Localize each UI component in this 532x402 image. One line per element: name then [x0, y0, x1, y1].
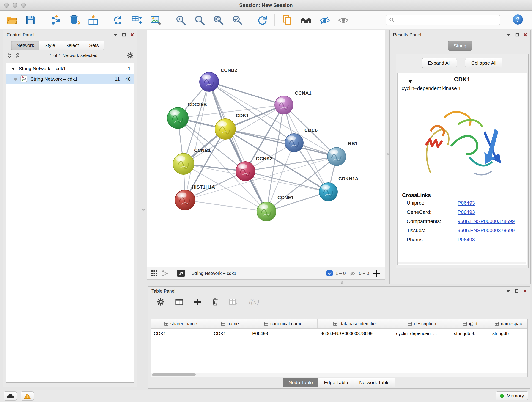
- network-node-CCNA1[interactable]: [275, 96, 293, 114]
- hide-selected-button[interactable]: [318, 13, 331, 27]
- network-node-CDKN1A[interactable]: [319, 183, 337, 201]
- network-node-CDC6[interactable]: [285, 134, 303, 152]
- cell-name[interactable]: CDK1: [211, 331, 249, 336]
- network-node-CCNA2[interactable]: [236, 162, 255, 181]
- cell-description[interactable]: cyclin–dependent ...: [393, 331, 451, 336]
- table-horizontal-scrollbar[interactable]: [151, 373, 527, 377]
- home-button[interactable]: [299, 13, 312, 27]
- import-network-database-button[interactable]: [68, 13, 81, 27]
- panel-collapse-icon[interactable]: [506, 290, 510, 293]
- panel-float-icon[interactable]: [122, 33, 126, 37]
- right-divider-handle[interactable]: [386, 153, 389, 155]
- tab-network[interactable]: Network: [11, 41, 39, 50]
- panel-close-icon[interactable]: [130, 33, 134, 37]
- panel-float-icon[interactable]: [515, 33, 519, 37]
- cell-namespace[interactable]: stringdb: [489, 331, 527, 336]
- bottom-divider-handle[interactable]: [341, 281, 343, 284]
- pharos-link[interactable]: P06493: [457, 237, 475, 243]
- export-image-button[interactable]: [149, 13, 162, 27]
- show-columns-icon[interactable]: [175, 298, 184, 306]
- import-table-button[interactable]: [87, 13, 100, 27]
- protein-collapse-icon[interactable]: [408, 78, 413, 85]
- network-options-gear-icon[interactable]: [127, 52, 133, 59]
- grid-view-icon[interactable]: [151, 270, 157, 277]
- network-node-CDC25B[interactable]: [167, 108, 188, 128]
- network-node-RB1[interactable]: [327, 147, 346, 166]
- tab-sets[interactable]: Sets: [84, 41, 104, 50]
- expand-all-icon[interactable]: [15, 52, 20, 58]
- tab-network-table[interactable]: Network Table: [354, 378, 395, 387]
- zoom-out-button[interactable]: [193, 13, 206, 27]
- selected-checkbox-icon[interactable]: [326, 270, 333, 276]
- window-titlebar[interactable]: Session: New Session: [0, 0, 532, 11]
- open-session-button[interactable]: [6, 13, 18, 27]
- show-all-button[interactable]: [337, 13, 350, 27]
- tissues-link[interactable]: 9606.ENSP00000378699: [457, 228, 515, 234]
- save-session-button[interactable]: [24, 13, 37, 27]
- network-node-CDK1[interactable]: [215, 119, 235, 139]
- collapse-all-button[interactable]: Collapse All: [465, 58, 503, 68]
- column-header-namespace[interactable]: namespac: [489, 319, 527, 328]
- refresh-network-button[interactable]: [256, 13, 268, 27]
- cell-shared-name[interactable]: CDK1: [151, 331, 211, 336]
- scrollbar-thumb[interactable]: [152, 373, 196, 376]
- network-node-CCNB2[interactable]: [200, 72, 219, 91]
- warnings-button[interactable]: [21, 391, 34, 401]
- tab-node-table[interactable]: Node Table: [283, 378, 318, 387]
- network-edge[interactable]: [209, 82, 284, 105]
- network-collection-row[interactable]: String Network – cdk1 1: [6, 63, 134, 74]
- panel-close-icon[interactable]: [524, 33, 527, 37]
- column-header-shared-name[interactable]: shared name: [151, 319, 211, 328]
- zoom-in-button[interactable]: [174, 13, 187, 27]
- pan-crosshair-icon[interactable]: [372, 269, 381, 278]
- network-node-HIST1H1A[interactable]: [175, 190, 195, 210]
- collapse-all-icon[interactable]: [7, 52, 12, 58]
- delete-column-icon[interactable]: [211, 298, 219, 306]
- zoom-window-icon[interactable]: [21, 3, 26, 7]
- cell-canonical-name[interactable]: P06493: [249, 331, 317, 336]
- left-divider-handle[interactable]: [142, 209, 145, 211]
- expand-all-button[interactable]: Expand All: [422, 58, 457, 68]
- documents-button[interactable]: [281, 13, 293, 27]
- panel-float-icon[interactable]: [515, 289, 519, 293]
- cell-database-identifier[interactable]: 9606.ENSP00000378699: [317, 331, 393, 336]
- results-horizontal-scrollbar[interactable]: [399, 262, 526, 264]
- network-edge[interactable]: [185, 200, 266, 211]
- create-column-icon[interactable]: [194, 298, 201, 306]
- new-network-button[interactable]: [112, 13, 125, 27]
- column-header-id[interactable]: @id: [451, 319, 489, 328]
- share-network-icon[interactable]: [162, 270, 168, 277]
- tab-string[interactable]: String: [448, 41, 473, 51]
- function-builder-icon[interactable]: f(x): [248, 298, 259, 306]
- column-header-canonical-name[interactable]: canonical name: [249, 319, 317, 328]
- open-in-window-icon[interactable]: [177, 269, 185, 278]
- hidden-eye-icon[interactable]: [348, 270, 356, 276]
- network-node-CCNB1[interactable]: [173, 153, 194, 174]
- compartments-link[interactable]: 9606.ENSP00000378699: [457, 218, 515, 224]
- genecard-link[interactable]: P06493: [457, 209, 475, 215]
- network-edge[interactable]: [185, 157, 336, 200]
- tab-style[interactable]: Style: [39, 41, 60, 50]
- cell-id[interactable]: stringdb:9...: [451, 331, 489, 336]
- table-settings-gear-icon[interactable]: [157, 298, 165, 306]
- disclosure-triangle-icon[interactable]: [12, 66, 15, 71]
- column-header-database-identifier[interactable]: database identifier: [317, 319, 393, 328]
- network-from-table-button[interactable]: [131, 13, 143, 27]
- uniprot-link[interactable]: P06493: [457, 200, 475, 206]
- close-window-icon[interactable]: [4, 3, 9, 7]
- zoom-fit-button[interactable]: [212, 13, 225, 27]
- column-header-description[interactable]: description: [393, 319, 451, 328]
- panel-close-icon[interactable]: [523, 289, 527, 293]
- tab-select[interactable]: Select: [60, 41, 84, 50]
- table-row[interactable]: CDK1 CDK1 P06493 9606.ENSP00000378699 cy…: [151, 329, 527, 338]
- tab-edge-table[interactable]: Edge Table: [318, 378, 354, 387]
- network-graph[interactable]: CCNB2CCNA1CDC25BCDK1CDC6RB1CCNB1CCNA2CDK…: [147, 31, 385, 267]
- delete-table-icon[interactable]: [229, 298, 238, 306]
- import-network-file-button[interactable]: [49, 13, 62, 27]
- zoom-selected-button[interactable]: [231, 13, 244, 27]
- memory-button[interactable]: Memory: [496, 391, 528, 400]
- network-edge[interactable]: [185, 82, 209, 200]
- toolbar-search[interactable]: [386, 15, 500, 25]
- cloud-button[interactable]: [4, 391, 17, 401]
- network-edge[interactable]: [209, 82, 266, 211]
